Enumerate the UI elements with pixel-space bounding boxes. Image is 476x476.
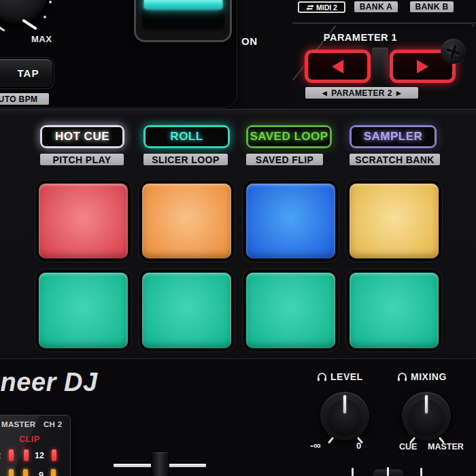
- meter-channel-label: CH 2: [44, 420, 62, 428]
- pad-6[interactable]: [142, 273, 231, 348]
- left-arrow-icon: [332, 60, 343, 73]
- hot-cue-label: HOT CUE: [42, 127, 122, 146]
- meter-led-orange: [51, 469, 56, 476]
- pioneer-dj-logo: Pioneer DJ: [0, 368, 98, 397]
- parameter-2-label: ◄ PARAMETER 2 ►: [305, 87, 418, 99]
- slicer-loop-label: SLICER LOOP: [143, 154, 228, 165]
- meter-scale-9: 9: [39, 471, 44, 476]
- parameter-left-button[interactable]: [305, 50, 371, 83]
- headphones-icon: [397, 372, 407, 381]
- roll-label: ROLL: [146, 127, 228, 146]
- meter-led-orange: [9, 469, 14, 476]
- pad-4[interactable]: [350, 184, 439, 258]
- saved-loop-label: SAVED LOOP: [248, 127, 330, 146]
- knob-scale-dot: [44, 16, 46, 18]
- scratch-bank-label: SCRATCH BANK: [350, 154, 440, 165]
- roll-mode-button[interactable]: ROLL: [143, 125, 230, 148]
- headphones-icon: [317, 372, 327, 381]
- mixing-label: MIXING: [411, 371, 447, 382]
- meter-clip-label: CLIP: [19, 435, 39, 444]
- panel-seam: [292, 22, 476, 24]
- midi-2-button[interactable]: MIDI 2: [298, 1, 345, 13]
- mixing-cue-label: CUE: [399, 442, 417, 452]
- bank-a-label: BANK A: [354, 1, 398, 12]
- meter-led-red: [52, 449, 56, 461]
- level-max-label: 0: [356, 441, 361, 451]
- meter-led-red: [9, 449, 14, 461]
- parameter-1-title: PARAMETER 1: [306, 32, 415, 43]
- knob-pointer: [387, 467, 389, 476]
- hot-cue-mode-button[interactable]: HOT CUE: [40, 125, 124, 148]
- saved-loop-mode-button[interactable]: SAVED LOOP: [246, 125, 332, 148]
- midi-2-label: MIDI 2: [316, 3, 337, 12]
- meter-led-orange: [23, 469, 28, 476]
- pitch-play-label: PITCH PLAY: [40, 154, 124, 165]
- auto-bpm-label: AUTO BPM: [0, 93, 49, 105]
- parameter-left-face: [308, 53, 367, 80]
- pad-5[interactable]: [39, 273, 128, 348]
- paddle-on-label: ON: [241, 35, 258, 47]
- sampler-mode-button[interactable]: SAMPLER: [350, 125, 437, 148]
- meter-scale-12-channel: 12: [35, 451, 44, 460]
- saved-flip-label: SAVED FLIP: [246, 154, 323, 165]
- pad-3[interactable]: [246, 184, 335, 258]
- meter-led-red: [24, 449, 29, 461]
- mixing-master-label: MASTER: [428, 442, 464, 452]
- headphone-level-label-group: LEVEL: [317, 371, 363, 382]
- knob-scale-dot: [49, 1, 52, 3]
- meter-master-label: MASTER: [1, 420, 35, 428]
- level-min-label: -∞: [310, 439, 321, 451]
- channel-fader-handle[interactable]: [152, 452, 169, 476]
- knob-pointer: [425, 395, 428, 413]
- bank-b-label: BANK B: [410, 1, 454, 12]
- pad-7[interactable]: [246, 273, 335, 348]
- knob-tick: [352, 468, 354, 476]
- headphone-mixing-label-group: MIXING: [397, 371, 447, 382]
- max-label: MAX: [31, 34, 52, 44]
- level-label: LEVEL: [330, 371, 363, 382]
- screw-icon: [441, 39, 466, 64]
- knob-pointer: [343, 395, 346, 413]
- parameter-button-divider: [372, 48, 388, 85]
- pad-2[interactable]: [142, 184, 231, 258]
- right-arrow-icon: [417, 60, 428, 73]
- sampler-label: SAMPLER: [352, 127, 435, 146]
- fx-paddle-light: [144, 0, 222, 9]
- meter-scale-12-master: 12: [0, 451, 1, 460]
- pad-1[interactable]: [39, 184, 128, 258]
- tap-button[interactable]: TAP: [0, 59, 52, 87]
- loop-arrows-icon: [306, 3, 314, 12]
- knob-tick: [420, 468, 422, 476]
- pad-8[interactable]: [350, 273, 439, 348]
- djm-mixer-panel: MAX TAP AUTO BPM ON MIDI 2 BANK A BANK B…: [0, 0, 476, 476]
